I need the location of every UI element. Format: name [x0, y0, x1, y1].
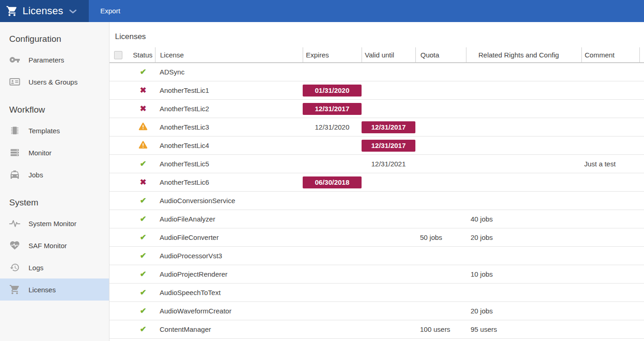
table-row[interactable]: ✔ AudioWaveformCreator 20 jobs: [109, 302, 644, 320]
status-cell: ✖: [131, 173, 155, 191]
licenses-table: Status License Expires Valid until Quota…: [109, 47, 644, 339]
valid-until-cell: [362, 284, 415, 301]
expires-cell: [303, 210, 362, 228]
quota-cell: [415, 284, 466, 301]
column-header-status[interactable]: Status: [131, 47, 155, 63]
comment-cell: [581, 118, 639, 136]
table-row[interactable]: ✔ AudioFileAnalyzer 40 jobs: [109, 210, 644, 228]
pulse-icon: [9, 218, 20, 229]
sidebar-item-saf-monitor[interactable]: SAF Monitor: [0, 234, 109, 256]
comment-cell: [581, 265, 639, 283]
sidebar-section-title: System: [9, 198, 109, 208]
row-checkbox-cell: [109, 265, 131, 283]
select-all-checkbox[interactable]: [114, 51, 122, 59]
main-content: Licenses Status License Expires Valid un…: [109, 22, 644, 341]
chip-icon: [9, 125, 20, 136]
sidebar-item-label: SAF Monitor: [29, 242, 67, 250]
column-header-comment[interactable]: Comment: [581, 47, 639, 63]
app-menu-button[interactable]: Licenses: [0, 0, 89, 22]
valid-until-cell: [362, 228, 415, 246]
license-name: AnotherTestLic2: [155, 100, 303, 118]
chevron-down-icon: [69, 9, 77, 14]
license-name: AudioSpeechToText: [155, 284, 303, 301]
table-row[interactable]: ✔ AudioProcessorVst3: [109, 247, 644, 265]
comment-cell: [581, 284, 639, 301]
app-title: Licenses: [23, 5, 63, 17]
status-cell: ✔: [131, 247, 155, 265]
license-name: ADSync: [155, 63, 303, 81]
column-header-license[interactable]: License: [155, 47, 303, 63]
sidebar-item-users-groups[interactable]: Users & Groups: [0, 71, 109, 93]
sidebar: Configuration Parameters Users & Groups …: [0, 22, 109, 341]
table-body: ✔ ADSync ✖ AnotherTestLic1 01/31/2020 ✖ …: [109, 63, 644, 339]
sidebar-item-label: Templates: [29, 127, 60, 135]
sidebar-item-jobs[interactable]: Jobs: [0, 164, 109, 186]
column-header-expires[interactable]: Expires: [303, 47, 362, 63]
cart-icon: [6, 5, 18, 17]
menu-item-export[interactable]: Export: [96, 0, 125, 22]
valid-until-badge: 12/31/2017: [362, 121, 415, 133]
table-row[interactable]: ✔ AudioProjectRenderer 10 jobs: [109, 265, 644, 284]
table-row[interactable]: AnotherTestLic4 12/31/2017: [109, 136, 644, 155]
sidebar-item-system-monitor[interactable]: System Monitor: [0, 212, 109, 234]
sidebar-item-label: Licenses: [29, 286, 56, 294]
valid-until-cell: [362, 320, 415, 338]
row-checkbox-cell: [109, 228, 131, 246]
table-header: Status License Expires Valid until Quota…: [109, 47, 644, 63]
column-header-valid-until[interactable]: Valid until: [362, 47, 415, 63]
id-card-icon: [9, 76, 20, 87]
sidebar-item-parameters[interactable]: Parameters: [0, 49, 109, 71]
quota-cell: 50 jobs: [415, 228, 466, 246]
related-rights-cell: [466, 247, 581, 265]
comment-cell: [581, 173, 639, 191]
status-cell: ✔: [131, 210, 155, 228]
row-checkbox-cell: [109, 100, 131, 118]
sidebar-item-label: System Monitor: [29, 220, 76, 227]
taxi-icon: [9, 169, 20, 180]
column-header-quota[interactable]: Quota: [415, 47, 466, 63]
check-icon: ✔: [140, 197, 146, 205]
table-row[interactable]: AnotherTestLic3 12/31/2020 12/31/2017: [109, 118, 644, 136]
status-cell: ✔: [131, 63, 155, 81]
comment-cell: [581, 63, 639, 81]
sidebar-section-title: Workflow: [9, 105, 109, 115]
quota-cell: [415, 302, 466, 320]
sidebar-item-licenses[interactable]: Licenses: [0, 278, 109, 301]
status-cell: ✔: [131, 284, 155, 301]
column-header-related-rights[interactable]: Related Rights and Config: [466, 47, 581, 63]
table-row[interactable]: ✖ AnotherTestLic6 06/30/2018: [109, 173, 644, 192]
license-name: AnotherTestLic6: [155, 173, 303, 191]
expired-badge: 01/31/2020: [303, 85, 362, 97]
table-row[interactable]: ✖ AnotherTestLic1 01/31/2020: [109, 81, 644, 100]
table-row[interactable]: ✔ ContentManager 100 users 95 users: [109, 320, 644, 339]
table-row[interactable]: ✔ AudioFileConverter 50 jobs 20 jobs: [109, 228, 644, 247]
table-row[interactable]: ✔ AudioSpeechToText: [109, 284, 644, 302]
sidebar-item-templates[interactable]: Templates: [0, 119, 109, 142]
expires-cell: 06/30/2018: [303, 173, 362, 191]
row-checkbox-cell: [109, 210, 131, 228]
table-row[interactable]: ✔ AudioConversionService: [109, 192, 644, 210]
table-row[interactable]: ✔ ADSync: [109, 63, 644, 81]
check-icon: ✔: [140, 233, 146, 241]
table-row[interactable]: ✔ AnotherTestLic5 12/31/2021 Just a test: [109, 155, 644, 173]
comment-cell: Just a test: [581, 155, 639, 173]
license-name: ContentManager: [155, 320, 303, 338]
check-icon: ✔: [140, 289, 146, 296]
valid-until-cell: [362, 302, 415, 320]
status-cell: ✔: [131, 155, 155, 173]
related-rights-cell: 20 jobs: [466, 228, 581, 246]
sidebar-item-monitor[interactable]: Monitor: [0, 142, 109, 164]
expires-cell: [303, 302, 362, 320]
license-name: AudioWaveformCreator: [155, 302, 303, 320]
status-cell: ✔: [131, 265, 155, 283]
row-checkbox-cell: [109, 192, 131, 210]
check-icon: ✔: [140, 68, 146, 76]
related-rights-cell: [466, 81, 581, 99]
sidebar-item-logs[interactable]: Logs: [0, 256, 109, 278]
row-checkbox-cell: [109, 247, 131, 265]
sidebar-item-label: Jobs: [29, 171, 43, 179]
expires-cell: 01/31/2020: [303, 81, 362, 99]
table-row[interactable]: ✖ AnotherTestLic2 12/31/2017: [109, 100, 644, 118]
expires-cell: [303, 320, 362, 338]
sidebar-section-title: Configuration: [9, 34, 109, 44]
